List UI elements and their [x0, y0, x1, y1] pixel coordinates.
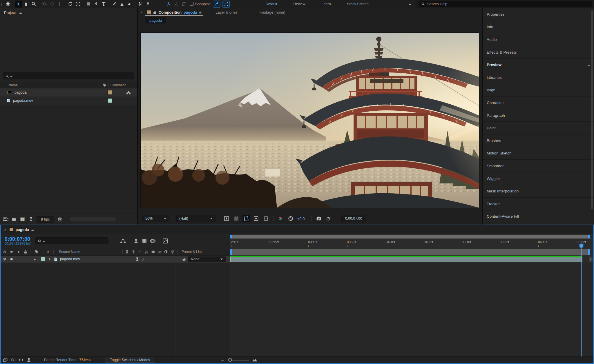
new-folder-icon[interactable] — [11, 217, 17, 222]
selection-tool[interactable] — [15, 1, 22, 8]
pen-tool[interactable] — [92, 1, 100, 8]
panel-tab[interactable]: Info ≡ — [483, 21, 594, 34]
interpret-footage-icon[interactable] — [3, 217, 8, 222]
zoom-in-mountain-icon[interactable] — [252, 358, 258, 362]
shape-tool[interactable] — [85, 1, 92, 8]
expressions-braces-icon[interactable] — [19, 358, 23, 362]
snap-to-features-button[interactable] — [222, 1, 230, 8]
panel-tab[interactable]: Properties ≡ — [483, 8, 594, 21]
timeline-tab-label[interactable]: pagoda — [16, 228, 29, 232]
project-panel-menu-icon[interactable]: ≡ — [19, 10, 22, 15]
playhead-line[interactable] — [581, 243, 582, 356]
panel-tab[interactable]: Paint ≡ — [483, 122, 594, 134]
render-engine-icon[interactable] — [28, 217, 34, 222]
panel-tab[interactable]: Character ≡ — [483, 97, 594, 109]
panel-tab[interactable]: Align ≡ — [483, 84, 594, 97]
audio-column-icon[interactable] — [10, 250, 14, 254]
grid-guides-button[interactable] — [262, 215, 270, 222]
expand-layers-icon[interactable] — [3, 358, 8, 362]
workspace-learn[interactable]: Learn — [313, 2, 339, 6]
take-snapshot-button[interactable] — [315, 215, 323, 222]
tab-layer[interactable]: Layer (none) — [205, 10, 247, 14]
timeline-panel-menu-icon[interactable]: ≡ — [31, 227, 34, 232]
preview-time-display[interactable]: 0:00:07:00 — [341, 215, 366, 222]
graph-editor-icon[interactable] — [162, 238, 168, 244]
exposure-value[interactable]: +0,0 — [297, 216, 305, 221]
show-snapshot-button[interactable] — [325, 215, 332, 222]
layer-track[interactable] — [230, 256, 593, 263]
panel-tab[interactable]: Preview ≡ — [483, 59, 594, 71]
project-row-composition[interactable]: pagoda — [0, 88, 137, 97]
snapping-checkbox[interactable] — [190, 2, 193, 6]
comp-marker-bin[interactable] — [589, 256, 593, 262]
shy-toggle-icon[interactable] — [133, 238, 139, 244]
project-horizontal-scrollbar[interactable] — [70, 217, 116, 221]
view-axis-mode[interactable] — [180, 1, 187, 8]
home-button[interactable] — [4, 1, 12, 8]
3d-switch-icon[interactable] — [171, 250, 175, 254]
label-column-icon[interactable] — [35, 250, 39, 254]
exposure-reset-button[interactable] — [287, 215, 294, 222]
camera-tool[interactable] — [74, 1, 82, 8]
project-search-input[interactable] — [3, 72, 134, 79]
label-color-swatch[interactable] — [107, 90, 112, 95]
pan-camera-tool[interactable] — [48, 1, 56, 8]
layer-label-swatch[interactable] — [41, 257, 45, 261]
time-navigator-bar[interactable] — [230, 235, 590, 239]
clone-stamp-tool[interactable] — [118, 1, 126, 8]
composition-canvas[interactable] — [141, 33, 479, 208]
lock-column-icon[interactable] — [23, 250, 28, 254]
tab-composition[interactable]: Composition pagoda ≡ — [145, 8, 203, 16]
workspace-review[interactable]: Review — [285, 2, 313, 6]
frame-blending-icon[interactable] — [142, 238, 147, 244]
layer-audio-icon[interactable] — [10, 257, 14, 261]
channel-button[interactable] — [277, 215, 285, 222]
resolution-dropdown[interactable]: (Half) — [176, 215, 215, 222]
composition-chip[interactable]: pagoda — [145, 17, 166, 23]
layer-list-empty-area[interactable] — [1, 263, 230, 356]
panel-tab[interactable]: Tracker ≡ — [483, 198, 594, 210]
panel-tab[interactable]: Libraries ≡ — [483, 71, 594, 84]
layer-quality-icon[interactable]: ∕ — [140, 257, 147, 261]
tab-footage[interactable]: Footage (none) — [249, 10, 296, 14]
right-panel-scrollbar[interactable] — [591, 10, 593, 209]
fx-switch-icon[interactable]: fx — [143, 250, 150, 254]
search-options-caret[interactable] — [43, 241, 45, 242]
work-area-bar[interactable] — [230, 249, 590, 255]
puppet-pin-tool[interactable] — [144, 1, 151, 8]
local-axis-mode[interactable] — [165, 1, 172, 8]
zoom-slider-knob[interactable] — [228, 358, 232, 362]
transparency-grid-button[interactable] — [233, 215, 240, 222]
panel-tab[interactable]: Content-Aware Fill ≡ — [483, 210, 594, 223]
zoom-tool[interactable] — [30, 1, 37, 8]
project-row-footage[interactable]: pagoda.mov — [0, 97, 137, 105]
parent-pickwhip-icon[interactable] — [182, 257, 186, 261]
timeline-search-input[interactable] — [35, 237, 108, 244]
color-depth-button[interactable]: 8 bpc — [37, 216, 54, 223]
composition-mini-flowchart-icon[interactable] — [120, 238, 126, 244]
region-of-interest-button[interactable] — [252, 215, 260, 222]
snap-along-edges-button[interactable] — [213, 1, 220, 8]
label-color-swatch[interactable] — [107, 98, 112, 103]
column-name[interactable]: Name — [4, 83, 99, 87]
column-comment[interactable]: Comment — [111, 83, 137, 87]
dolly-camera-tool[interactable] — [56, 1, 63, 8]
search-help-input[interactable]: Search Help — [419, 1, 592, 7]
layer-duration-bar[interactable] — [230, 257, 582, 262]
fast-previews-button[interactable] — [223, 215, 230, 222]
layer-expand-arrow[interactable]: ▸ — [29, 257, 41, 261]
collapse-switch-icon[interactable] — [131, 250, 135, 254]
track-empty-area[interactable] — [230, 263, 593, 356]
quality-switch-icon[interactable] — [138, 250, 142, 254]
shy-switch-icon[interactable] — [125, 250, 129, 254]
motion-blur-switch-icon[interactable] — [157, 250, 162, 254]
toggle-switches-modes-button[interactable]: Toggle Switches / Modes — [106, 357, 154, 363]
parent-link-column[interactable]: Parent & Link — [179, 250, 230, 254]
panel-tab[interactable]: Brushes ≡ — [483, 134, 594, 147]
mask-visibility-button[interactable] — [242, 215, 250, 222]
roto-brush-tool[interactable] — [136, 1, 144, 8]
time-ruler-area[interactable]: 2:10f02:22f03:10f03:22f04:10f04:22f05:10… — [230, 234, 593, 248]
frame-blend-switch-icon[interactable] — [151, 250, 155, 254]
brush-tool[interactable] — [111, 1, 118, 8]
panel-tab[interactable]: Effects & Presets ≡ — [483, 46, 594, 59]
